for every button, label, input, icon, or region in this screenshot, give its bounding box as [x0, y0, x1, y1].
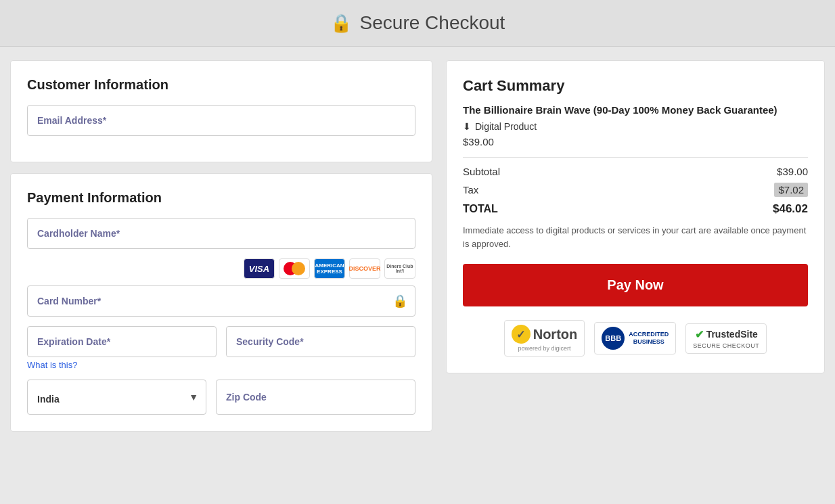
cart-divider: [463, 157, 808, 158]
email-group: [27, 105, 415, 136]
subtotal-label: Subtotal: [463, 166, 500, 177]
page-title: Secure Checkout: [360, 12, 505, 34]
card-icons-row: VISA AMERICANEXPRESS DISCOVER Diners Clu…: [27, 258, 415, 279]
product-price: $39.00: [463, 136, 808, 147]
tax-value: $7.02: [774, 183, 808, 197]
digital-product-row: ⬇ Digital Product: [463, 121, 808, 132]
total-row: TOTAL $46.02: [463, 202, 808, 216]
zip-code-input[interactable]: [216, 380, 415, 415]
cart-card: Cart Summary The Billionaire Brain Wave …: [446, 60, 825, 373]
discover-icon: DISCOVER: [349, 258, 380, 279]
digital-product-label: Digital Product: [475, 121, 537, 132]
visa-icon: VISA: [244, 258, 275, 279]
subtotal-row: Subtotal $39.00: [463, 166, 808, 177]
cardholder-group: [27, 218, 415, 249]
trusted-site-name: TrustedSite: [706, 329, 758, 340]
right-panel: Cart Summary The Billionaire Brain Wave …: [446, 60, 825, 490]
pay-now-button[interactable]: Pay Now: [463, 264, 808, 306]
what-is-this-link[interactable]: What is this?: [27, 360, 415, 370]
amex-icon: AMERICANEXPRESS: [314, 258, 345, 279]
norton-text: Norton: [533, 327, 578, 342]
subtotal-value: $39.00: [777, 166, 808, 177]
customer-info-card: Customer Information: [10, 60, 432, 162]
email-input[interactable]: [27, 105, 415, 136]
security-code-input[interactable]: [226, 326, 415, 357]
card-lock-icon: 🔒: [392, 294, 407, 308]
payment-info-card: Payment Information VISA AMERICANEXPRESS…: [10, 173, 432, 432]
cardholder-input[interactable]: [27, 218, 415, 249]
trusted-check-icon: ✔: [695, 328, 704, 341]
lock-icon: 🔒: [330, 13, 352, 34]
norton-sub: powered by digicert: [518, 345, 570, 352]
norton-badge: ✓ Norton powered by digicert: [504, 320, 585, 357]
mastercard-icon: [279, 258, 310, 279]
bbb-badge: BBB ACCREDITEDBUSINESS: [594, 322, 676, 354]
expiration-input[interactable]: [27, 326, 217, 357]
norton-check-icon: ✓: [512, 325, 531, 344]
bbb-accredited-label: ACCREDITEDBUSINESS: [629, 331, 669, 346]
customer-info-title: Customer Information: [27, 77, 415, 93]
trusted-site-badge: ✔ TrustedSite SECURE CHECKOUT: [685, 323, 767, 354]
trusted-site-sub: SECURE CHECKOUT: [693, 342, 759, 349]
norton-top: ✓ Norton: [512, 325, 578, 344]
left-panel: Customer Information Payment Information…: [10, 60, 432, 490]
tax-row: Tax $7.02: [463, 183, 808, 197]
card-number-group: 🔒: [27, 285, 415, 317]
total-label: TOTAL: [463, 203, 498, 215]
tax-label: Tax: [463, 184, 478, 196]
payment-info-title: Payment Information: [27, 190, 415, 206]
country-select-wrapper: India United States United Kingdom Canad…: [27, 380, 206, 415]
cart-title: Cart Summary: [463, 77, 808, 95]
country-zip-row: Country* India United States United King…: [27, 380, 415, 415]
bbb-seal-icon: BBB: [602, 327, 625, 350]
country-select[interactable]: India United States United Kingdom Canad…: [27, 380, 206, 415]
bbb-text: ACCREDITEDBUSINESS: [629, 331, 669, 346]
product-name: The Billionaire Brain Wave (90-Day 100% …: [463, 104, 808, 116]
country-field: Country* India United States United King…: [27, 380, 206, 415]
trust-badges: ✓ Norton powered by digicert BBB ACCREDI…: [463, 320, 808, 357]
card-number-input[interactable]: [27, 285, 415, 317]
trusted-top: ✔ TrustedSite: [695, 328, 758, 341]
access-note: Immediate access to digital products or …: [463, 224, 808, 250]
main-content: Customer Information Payment Information…: [0, 47, 835, 504]
exp-security-row: [27, 326, 415, 357]
diners-icon: Diners ClubInt'l: [384, 258, 415, 279]
download-icon: ⬇: [463, 121, 471, 132]
total-value: $46.02: [773, 202, 808, 216]
page-header: 🔒 Secure Checkout: [0, 0, 835, 47]
